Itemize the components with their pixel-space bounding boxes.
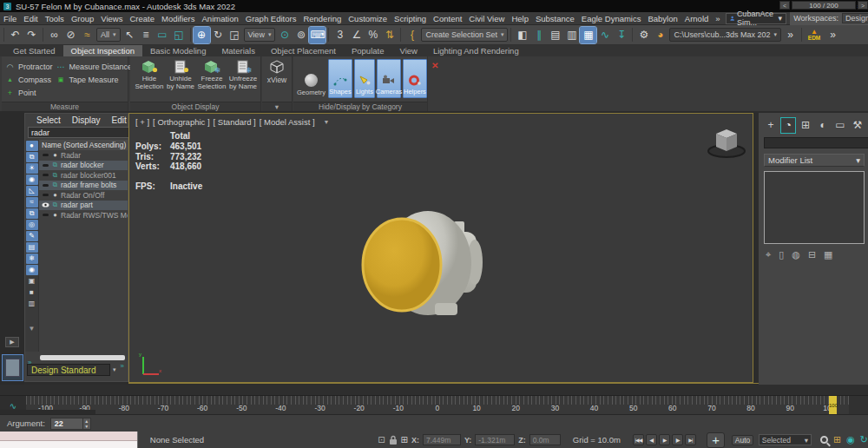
filter-frozen-icon[interactable]: ❄ <box>26 254 38 264</box>
filter-shapes-icon[interactable]: ◺ <box>26 186 38 196</box>
viewport-shading-menu[interactable]: [ Standard ] <box>214 117 256 127</box>
menu-eagle-dynamics[interactable]: Eagle Dynamics <box>578 12 645 25</box>
filter-bones-icon[interactable]: ✎ <box>26 231 38 241</box>
menu-babylon[interactable]: Babylon <box>644 12 681 25</box>
selection-filter-dropdown[interactable]: All ▾ <box>96 28 121 42</box>
hide-selection-button[interactable]: Hide Selection <box>134 58 165 90</box>
menu-customize[interactable]: Customize <box>345 12 391 25</box>
menu-arnold[interactable]: Arnold <box>681 12 712 25</box>
menu-views[interactable]: Views <box>97 12 126 25</box>
argument-spinner[interactable]: ▲▼ <box>83 418 91 430</box>
listener-script-row[interactable] <box>0 441 137 448</box>
tab-object-inspection[interactable]: Object Inspection <box>63 45 142 56</box>
visibility-toggle-icon[interactable] <box>41 214 49 216</box>
list-item[interactable]: ●Radar RWS/TWS Mode <box>39 210 128 221</box>
curve-editor-icon[interactable]: ∿ <box>596 27 613 43</box>
use-pivot-center-icon[interactable]: ⊙ <box>276 27 293 43</box>
spinner-snap-icon[interactable]: ⇅ <box>381 27 398 43</box>
set-key-button[interactable]: + <box>707 432 725 448</box>
horizontal-scrollbar[interactable] <box>40 355 125 360</box>
filter-lights-icon[interactable]: ☀ <box>26 163 38 174</box>
auto-key-button[interactable]: Auto <box>732 435 753 445</box>
menu-help[interactable]: Help <box>508 12 532 25</box>
unlink-selection-icon[interactable]: ⊘ <box>62 27 79 43</box>
cmd-tab-display[interactable]: ▭ <box>833 118 847 133</box>
select-object-icon[interactable]: ↖ <box>122 27 138 43</box>
render-production-icon[interactable]: ◕ <box>652 27 668 43</box>
explorer-menu-display[interactable]: Display <box>72 115 101 125</box>
mirror-icon[interactable]: ◧ <box>514 27 530 43</box>
filter-all-icon[interactable]: ● <box>26 141 38 151</box>
protractor-button[interactable]: ◠Protractor <box>5 60 53 73</box>
selection-lock-icon[interactable] <box>389 435 398 445</box>
undo-icon[interactable]: ↶ <box>7 27 23 43</box>
viewport-stylization-menu[interactable]: [ Model Assist ] <box>260 117 315 127</box>
filter-spacewarps-icon[interactable]: ≈ <box>26 197 38 208</box>
red-x-icon[interactable]: ✕ <box>431 61 438 70</box>
menu-scripting[interactable]: Scripting <box>391 12 430 25</box>
list-item[interactable]: ⧉radar blocker001 <box>39 170 128 181</box>
layer-explorer-icon[interactable]: ▤ <box>547 27 563 43</box>
isolate-selection-icon[interactable]: ⊡ <box>378 435 385 445</box>
menu-group[interactable]: Group <box>68 12 97 25</box>
cmd-tab-create[interactable]: + <box>764 118 778 133</box>
list-item[interactable]: ●Radar <box>39 150 128 161</box>
radar-model[interactable] <box>352 201 490 339</box>
workspace-dropdown[interactable]: Design Standard ▾ <box>842 13 868 23</box>
maxscript-mini-listener[interactable] <box>0 432 138 448</box>
ribbon-toggle-icon[interactable]: ▦ <box>580 27 596 43</box>
tab-get-started[interactable]: Get Started <box>5 45 63 56</box>
chevron-down-icon[interactable]: ▾ <box>113 366 116 373</box>
tab-populate[interactable]: Populate <box>344 45 392 56</box>
list-item[interactable]: ⧉radar part <box>39 201 128 211</box>
listener-macro-row[interactable] <box>0 432 137 441</box>
edit-named-sets-icon[interactable]: { <box>404 27 420 43</box>
modifier-stack[interactable] <box>764 171 865 244</box>
lights-category-button[interactable]: Lights <box>354 59 375 98</box>
list-item[interactable]: ●Radar On/Off <box>39 190 128 201</box>
menu-create[interactable]: Create <box>126 12 158 25</box>
filter-containers-icon[interactable]: ▤ <box>26 242 38 253</box>
dock-flyout-button[interactable]: ▶ <box>5 337 19 347</box>
menu-modifiers[interactable]: Modifiers <box>158 12 199 25</box>
render-setup-icon[interactable]: ⚙ <box>635 27 652 43</box>
viewcube[interactable] <box>706 124 747 162</box>
tab-basic-modeling[interactable]: Basic Modeling <box>142 45 214 56</box>
cmd-tab-modify[interactable]: ◔ <box>781 118 795 133</box>
create-selection-set-dropdown[interactable]: Create Selection Set ▾ <box>421 28 508 42</box>
filter-groups-icon[interactable]: ⧉ <box>26 208 38 219</box>
display-mode3-icon[interactable]: ▥ <box>26 299 38 309</box>
next-frame-button[interactable]: > <box>858 1 868 10</box>
menu-tools[interactable]: Tools <box>42 12 68 25</box>
xview-flyout-arrow[interactable]: ▾ <box>262 102 292 111</box>
absolute-mode-icon[interactable]: ⊞ <box>401 435 408 445</box>
scene-explorer-icon[interactable]: ▥ <box>563 27 580 43</box>
go-to-end-icon[interactable]: ▶| <box>685 434 696 445</box>
tab-materials[interactable]: Materials <box>214 45 263 56</box>
toolbar-overflow2-icon[interactable]: » <box>825 27 841 43</box>
menu-substance[interactable]: Substance <box>532 12 578 25</box>
viewport-pov-menu[interactable]: [ Orthographic ] <box>153 117 209 127</box>
play-icon[interactable]: ▶ <box>659 434 670 445</box>
cmd-tab-hierarchy[interactable]: ⊞ <box>799 118 812 133</box>
shapes-category-button[interactable]: Shapes <box>328 59 352 98</box>
tab-object-placement[interactable]: Object Placement <box>263 45 344 56</box>
helpers-category-button[interactable]: Helpers <box>403 59 427 98</box>
menu-animation[interactable]: Animation <box>199 12 242 25</box>
user-account-button[interactable]: CubanAce Sim... ▾ <box>726 13 787 24</box>
reference-coordinate-dropdown[interactable]: View ▾ <box>244 28 276 42</box>
per-view-filter-icon[interactable]: ▼ <box>324 119 330 125</box>
edm-plugin-icon[interactable]: ▲ EDM <box>805 26 824 43</box>
percent-snap-icon[interactable]: % <box>365 27 381 43</box>
cameras-category-button[interactable]: Cameras <box>377 59 401 98</box>
window-crossing-icon[interactable]: ◱ <box>171 27 187 43</box>
snap-toggle-3d-icon[interactable]: 3 <box>332 27 348 43</box>
list-item[interactable]: ⧉radar blocker <box>39 161 128 171</box>
cmd-tab-motion[interactable]: ◐ <box>816 118 830 133</box>
advanced-filter-icon[interactable]: ▼ <box>26 324 38 334</box>
rect-selection-region-icon[interactable]: ▭ <box>155 27 171 43</box>
show-end-result-icon[interactable]: ▯ <box>779 249 784 260</box>
go-to-start-icon[interactable]: |◀◀ <box>633 434 644 445</box>
previous-frame-button[interactable]: < <box>779 1 790 10</box>
configure-modifier-sets-icon[interactable]: ▦ <box>824 249 832 260</box>
